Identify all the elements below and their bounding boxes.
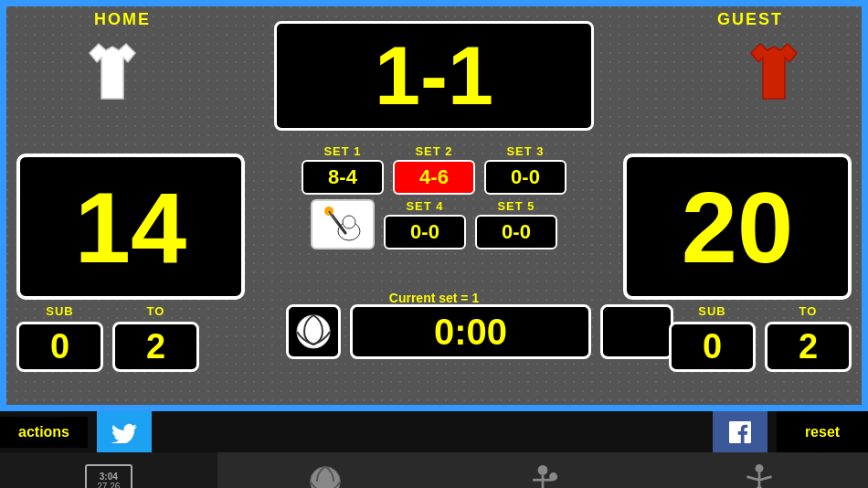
svg-marker-1 [751, 44, 797, 99]
set1-label: SET 1 [323, 144, 361, 158]
set4-score: 0-0 [410, 220, 439, 244]
set5-col: SET 5 0-0 [475, 199, 557, 249]
nav-games[interactable]: Games [217, 452, 435, 488]
svg-line-18 [759, 477, 772, 481]
current-set-text: Current set = 1 [259, 291, 609, 305]
sets-row-2: SET 4 0-0 SET 5 0-0 [259, 199, 609, 249]
set2-score-box[interactable]: 4-6 [393, 160, 475, 195]
home-to-value: 2 [146, 327, 165, 366]
home-sub-value: 0 [50, 327, 69, 366]
set3-score-box[interactable]: 0-0 [484, 160, 566, 195]
guest-to-col: TO 2 [765, 304, 852, 372]
timer-area: 0:00 [286, 304, 673, 359]
home-to-box[interactable]: 2 [112, 322, 199, 372]
timer-right-box [600, 304, 673, 359]
guest-sub-value: 0 [703, 327, 722, 366]
reset-button[interactable]: reset [777, 411, 868, 452]
nav-scoreboard[interactable]: 3:04 27 26 Scoreboard [0, 452, 217, 488]
guest-score-value: 20 [682, 169, 793, 285]
sets-area: SET 1 8-4 SET 2 4-6 SET 3 0-0 [259, 144, 609, 249]
set4-col: SET 4 0-0 [384, 199, 466, 249]
home-jersey [76, 35, 149, 108]
home-to-label: TO [147, 304, 165, 318]
set1-score-box[interactable]: 8-4 [302, 160, 384, 195]
main-scoreboard-area: HOME GUEST 1-1 14 20 SET 1 8-4 [0, 0, 868, 411]
home-to-col: TO 2 [112, 304, 199, 372]
set4-label: SET 4 [406, 199, 443, 213]
facebook-button[interactable] [713, 411, 767, 452]
set3-label: SET 3 [506, 144, 544, 158]
scoreboard-nums: 27 26 [97, 482, 120, 488]
set2-label: SET 2 [415, 144, 452, 158]
set3-score: 0-0 [511, 165, 540, 189]
svg-point-3 [343, 216, 355, 228]
action-bar: actions reset [0, 411, 868, 452]
bottom-nav: 3:04 27 26 Scoreboard Games Teams [0, 452, 868, 488]
guest-jersey [737, 35, 810, 108]
home-label: HOME [94, 10, 151, 29]
set3-col: SET 3 0-0 [484, 144, 566, 195]
set2-col: SET 2 4-6 [393, 144, 475, 195]
svg-marker-0 [90, 44, 135, 99]
guest-sub-label: SUB [698, 304, 725, 318]
set5-score: 0-0 [502, 220, 531, 244]
guest-sub-col: SUB 0 [669, 304, 756, 372]
set5-score-box[interactable]: 0-0 [475, 215, 557, 249]
guest-to-value: 2 [799, 327, 818, 366]
set5-label: SET 5 [497, 199, 535, 213]
twitter-button[interactable] [97, 411, 152, 452]
home-score-box: 14 [16, 154, 245, 300]
timer-volleyball-icon[interactable] [286, 304, 341, 359]
scoreboard-time: 3:04 [100, 472, 118, 482]
scoreboard-nav-icon: 3:04 27 26 [85, 464, 132, 488]
guest-sub-box[interactable]: 0 [669, 322, 756, 372]
home-sub-col: SUB 0 [16, 304, 103, 372]
main-score-text: 1-1 [375, 29, 493, 123]
nav-teams[interactable]: Teams [434, 452, 651, 488]
svg-point-9 [537, 465, 547, 475]
guest-score-box: 20 [623, 154, 852, 300]
actions-button[interactable]: actions [0, 417, 88, 448]
set4-score-box[interactable]: 0-0 [384, 215, 466, 249]
timer-value: 0:00 [434, 312, 507, 353]
main-score-box: 1-1 [274, 21, 594, 131]
svg-point-14 [549, 472, 557, 481]
nav-setup[interactable]: Setup [651, 452, 869, 488]
guest-to-label: TO [799, 304, 818, 318]
svg-point-8 [311, 467, 341, 488]
sets-row-1: SET 1 8-4 SET 2 4-6 SET 3 0-0 [259, 144, 609, 195]
set1-col: SET 1 8-4 [302, 144, 384, 195]
set2-score: 4-6 [419, 165, 449, 189]
volleyball-pin-icon [311, 199, 375, 249]
svg-point-7 [297, 315, 330, 348]
home-score-value: 14 [75, 169, 186, 285]
svg-line-17 [747, 477, 760, 481]
set1-score: 8-4 [328, 165, 357, 189]
svg-point-15 [756, 464, 764, 472]
home-sub-to-area: SUB 0 TO 2 [16, 304, 199, 372]
home-sub-box[interactable]: 0 [16, 322, 103, 372]
guest-sub-to-area: SUB 0 TO 2 [669, 304, 852, 372]
timer-display[interactable]: 0:00 [350, 304, 591, 359]
guest-label: GUEST [717, 10, 783, 29]
home-sub-label: SUB [46, 304, 73, 318]
guest-to-box[interactable]: 2 [765, 322, 852, 372]
